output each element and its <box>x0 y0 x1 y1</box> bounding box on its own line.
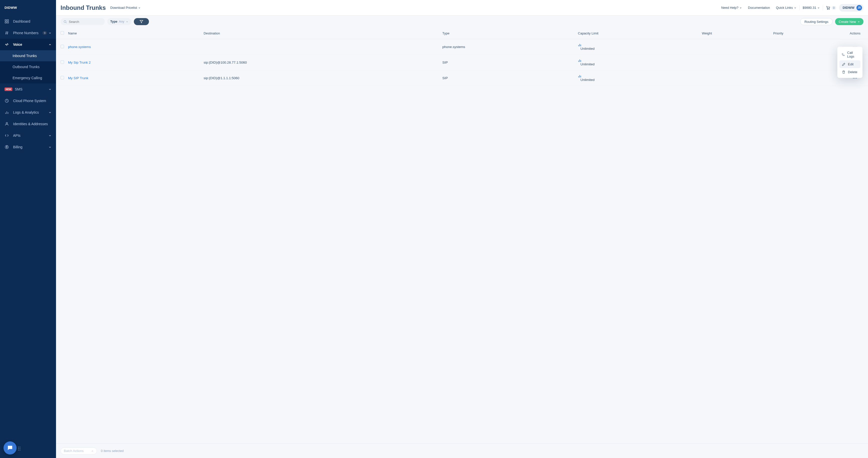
table-row: My Sip Trunk 2 sip:{DID}@100.28.77.1:506… <box>56 55 868 70</box>
balance-value: $9880.31 <box>803 6 816 9</box>
sidebar-item-billing[interactable]: Billing <box>0 141 56 153</box>
count-badge: 9 <box>42 31 47 35</box>
routing-settings-button[interactable]: Routing Settings <box>800 18 833 25</box>
col-priority: Priority <box>771 28 843 39</box>
sidebar-item-cloud-phone[interactable]: Cloud Phone System <box>0 95 56 107</box>
row-checkbox[interactable] <box>61 60 64 64</box>
cell-type: SIP <box>440 55 576 70</box>
account-menu[interactable]: DIDWW JS <box>839 4 864 11</box>
trunk-name-link[interactable]: My SIP Trunk <box>68 76 88 80</box>
sidebar-label: Outbound Trunks <box>12 65 52 69</box>
svg-line-8 <box>7 31 8 34</box>
menu-edit[interactable]: Edit <box>839 60 861 68</box>
chevron-down-icon <box>817 6 820 9</box>
cell-type: phone.systems <box>440 39 576 55</box>
sidebar-item-dashboard[interactable]: Dashboard <box>0 16 56 27</box>
svg-point-17 <box>829 9 829 9</box>
menu-label: Call Logs <box>847 51 858 58</box>
toolbar: Type Any Routing Settings Create New <box>56 16 868 28</box>
search-icon <box>64 20 67 23</box>
svg-rect-1 <box>5 20 6 21</box>
chevron-up-icon <box>49 43 52 46</box>
batch-actions-select[interactable]: Batch Actions <box>61 448 97 455</box>
chevron-down-icon <box>49 134 52 137</box>
menu-call-logs[interactable]: Call Logs <box>839 49 861 60</box>
batch-actions-label: Batch Actions <box>64 449 84 453</box>
cart-count: 0 <box>832 6 836 9</box>
filter-button[interactable] <box>134 18 149 25</box>
pencil-icon <box>842 63 845 66</box>
chevron-down-icon <box>49 146 52 148</box>
documentation-link[interactable]: Documentation <box>745 6 773 9</box>
cell-weight <box>700 55 771 70</box>
cart-icon <box>826 6 830 10</box>
download-pricelist[interactable]: Download Pricelist <box>110 6 141 9</box>
cell-weight <box>700 70 771 86</box>
sidebar-label: Cloud Phone System <box>13 99 52 103</box>
sidebar-label: Logs & Analytics <box>13 110 49 114</box>
selected-count: 0 items selected <box>101 449 124 453</box>
sidebar-sub-voice: Inbound Trunks Outbound Trunks Emergency… <box>0 50 56 83</box>
cart-button[interactable]: 0 <box>823 6 839 10</box>
trunk-name-link[interactable]: phone.systems <box>68 45 91 49</box>
capacity-icon <box>578 59 698 62</box>
chat-icon <box>7 445 13 451</box>
cell-capacity: Unlimited <box>576 70 700 86</box>
row-checkbox[interactable] <box>61 45 64 48</box>
svg-point-16 <box>827 9 828 9</box>
sidebar-item-logs[interactable]: Logs & Analytics <box>0 107 56 118</box>
quick-links[interactable]: Quick Links <box>773 6 800 9</box>
table: Name Destination Type Capacity Limit Wei… <box>56 28 868 443</box>
sidebar-label: Inbound Trunks <box>12 54 52 58</box>
capacity-icon <box>578 43 698 47</box>
balance[interactable]: $9880.31 <box>800 6 823 9</box>
row-actions-menu: Call Logs Edit Delete <box>837 47 863 78</box>
sidebar-item-apis[interactable]: APIs <box>0 130 56 141</box>
need-help-link[interactable]: Need Help? <box>718 6 745 9</box>
chat-widget[interactable] <box>3 441 17 455</box>
search-box[interactable] <box>61 18 105 25</box>
sidebar-item-voice[interactable]: Voice <box>0 39 56 50</box>
chevron-down-icon <box>49 31 52 34</box>
hash-icon <box>4 31 9 35</box>
svg-line-19 <box>66 22 67 23</box>
col-name: Name <box>66 28 202 39</box>
trunk-name-link[interactable]: My Sip Trunk 2 <box>68 61 91 64</box>
sidebar-item-identities[interactable]: Identities & Addresses <box>0 118 56 130</box>
chart-icon <box>4 110 9 115</box>
row-checkbox[interactable] <box>61 76 64 80</box>
billing-icon <box>4 145 9 149</box>
drag-handle-icon[interactable] <box>18 447 20 451</box>
grid-icon <box>4 19 9 24</box>
col-type: Type <box>440 28 576 39</box>
search-input[interactable] <box>69 20 102 24</box>
col-capacity: Capacity Limit <box>576 28 700 39</box>
code-icon <box>4 133 9 138</box>
sidebar-sub-emergency-calling[interactable]: Emergency Calling <box>0 73 56 83</box>
col-destination: Destination <box>202 28 440 39</box>
brand-logo[interactable]: DIDWW <box>0 0 56 16</box>
sidebar-label: Phone Numbers <box>13 31 42 35</box>
select-all-checkbox[interactable] <box>61 31 64 35</box>
sidebar-sub-inbound-trunks[interactable]: Inbound Trunks <box>0 50 56 61</box>
sidebar-item-phone-numbers[interactable]: Phone Numbers 9 <box>0 27 56 39</box>
cell-priority <box>771 39 843 55</box>
type-filter[interactable]: Type Any <box>107 18 131 25</box>
menu-delete[interactable]: Delete <box>839 68 861 76</box>
sidebar-label: SMS <box>15 87 49 91</box>
phone-icon <box>842 53 845 56</box>
clock-icon <box>4 98 9 103</box>
sidebar-sub-outbound-trunks[interactable]: Outbound Trunks <box>0 61 56 73</box>
sidebar-item-sms[interactable]: NEW SMS <box>0 83 56 95</box>
new-badge: NEW <box>4 87 12 91</box>
menu-label: Delete <box>848 70 858 74</box>
col-actions: Actions <box>843 28 868 39</box>
create-new-button[interactable]: Create New <box>835 18 864 25</box>
svg-rect-2 <box>7 20 9 21</box>
create-label: Create New <box>839 20 856 24</box>
trash-icon <box>842 70 845 74</box>
cell-destination: sip:{DID}@100.28.77.1:5060 <box>202 55 440 70</box>
quick-links-label: Quick Links <box>776 6 793 9</box>
sidebar-label: APIs <box>13 134 49 138</box>
footer: Batch Actions 0 items selected <box>56 443 868 458</box>
